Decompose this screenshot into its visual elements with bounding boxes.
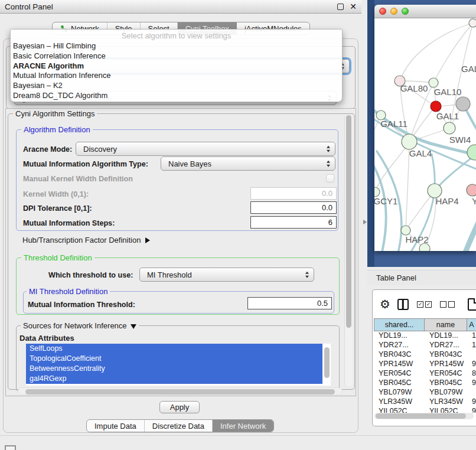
mac-close-icon[interactable] — [379, 8, 386, 15]
mi-type-label: Mutual Information Algorithm Type: — [23, 160, 148, 168]
attributes-scrollbar[interactable] — [324, 347, 330, 378]
node-label: GAL80 — [400, 83, 428, 93]
algorithm-placeholder: Select algorithm to view settings — [11, 30, 342, 41]
settings-vertical-scrollbar[interactable] — [344, 114, 353, 387]
network-node-gal1[interactable] — [444, 122, 455, 134]
dpi-tolerance-label: DPI Tolerance [0,1]: — [23, 204, 92, 213]
algorithm-option[interactable]: Dream8 DC_TDC Algorithm — [11, 91, 342, 101]
network-node-pink[interactable] — [467, 184, 476, 196]
node-label: GAL — [461, 64, 476, 74]
algorithm-option-selected[interactable]: ARACNE Algorithm — [11, 61, 342, 71]
table-panel-header: Table Panel — [367, 270, 476, 285]
network-window-titlebar[interactable] — [374, 5, 476, 18]
attribute-item[interactable]: SelfLoops — [26, 344, 322, 354]
sources-expander[interactable]: Sources for Network Inference — [21, 321, 139, 330]
aracne-mode-value: Discovery — [83, 145, 117, 154]
network-view-window[interactable]: GAL GAL80 GAL10 GAL1 GAL11 SWI4 GAL4 GCY… — [374, 5, 476, 251]
network-node-selected[interactable] — [431, 101, 441, 112]
table-row[interactable]: YBR043C YBR043C — [374, 350, 476, 360]
document-icon[interactable] — [468, 298, 476, 311]
attribute-item[interactable]: TopologicalCoefficient — [26, 354, 322, 364]
node-label: GCY1 — [374, 196, 397, 206]
table-row[interactable]: YER054C YER054C 8. — [374, 369, 476, 379]
algorithm-option[interactable]: Bayesian – Hill Climbing — [11, 41, 342, 51]
combo-stepper-icon — [327, 146, 330, 152]
attribute-item[interactable]: BetweennessCentrality — [26, 364, 322, 374]
manual-kernel-label: Manual Kernel Width Definition — [23, 175, 133, 183]
scrollbar-thumb[interactable] — [346, 115, 351, 328]
scrollbar-thumb[interactable] — [25, 389, 335, 394]
algorithm-option[interactable]: Mutual Information Inference — [11, 71, 342, 81]
table-toolbar: ⚙ ✓✓ — [373, 290, 476, 318]
splitter-handle-icon[interactable] — [363, 220, 367, 224]
network-canvas[interactable]: GAL GAL80 GAL10 GAL1 GAL11 SWI4 GAL4 GCY… — [374, 18, 476, 251]
apply-button[interactable]: Apply — [159, 401, 200, 413]
network-node-gray[interactable] — [456, 97, 470, 111]
network-node-hap2[interactable] — [401, 226, 410, 235]
kernel-width-label: Kernel Width (0,1): — [23, 190, 89, 198]
table-row[interactable]: YBL079W YBL079W — [374, 388, 476, 397]
bottom-tabbar: Impute Data Discretize Data Infer Networ… — [86, 419, 274, 432]
docked-panel-fragment — [5, 445, 16, 450]
column-header-name[interactable]: name — [425, 318, 467, 331]
deselect-all-checks-icon[interactable] — [440, 301, 457, 308]
scrollbar-thumb[interactable] — [376, 413, 466, 419]
node-label: HAP2 — [405, 234, 428, 244]
node-table: shared... name A YDL19... YDL19... 13 YD… — [374, 318, 476, 413]
close-icon[interactable]: ✕ — [350, 4, 357, 10]
hub-definition-expander[interactable]: Hub/Transcription Factor Definition — [22, 236, 150, 244]
columns-icon[interactable] — [397, 299, 409, 310]
float-window-icon[interactable] — [337, 4, 344, 10]
select-all-checks-icon[interactable]: ✓✓ — [417, 301, 433, 308]
node-label: HAP4 — [435, 196, 458, 206]
combo-stepper-icon — [327, 161, 330, 167]
gear-icon[interactable]: ⚙ — [380, 298, 390, 310]
table-panel: ⚙ ✓✓ shared... name A YDL19... YDL19... … — [372, 289, 476, 426]
mi-threshold-field[interactable]: 0.5 — [247, 297, 332, 309]
network-graph: GAL GAL80 GAL10 GAL1 GAL11 SWI4 GAL4 GCY… — [374, 18, 476, 251]
table-row[interactable]: YDL19... YDL19... 13 — [374, 331, 476, 341]
table-row[interactable]: YLR345W YLR345W 9. — [374, 397, 476, 407]
table-header-row: shared... name A — [374, 318, 476, 331]
column-header-partial[interactable]: A — [467, 318, 476, 331]
algorithm-option[interactable]: Bayesian – K2 — [11, 81, 342, 91]
network-node[interactable] — [469, 19, 476, 27]
mac-zoom-icon[interactable] — [402, 8, 409, 15]
table-row[interactable]: YDR27... YDR27... 12 — [374, 341, 476, 350]
which-threshold-combobox[interactable]: MI Threshold — [139, 268, 314, 282]
mi-type-combobox[interactable]: Naive Bayes — [161, 156, 335, 171]
algorithm-definition-title: Algorithm Definition — [21, 125, 93, 134]
tab-infer-network[interactable]: Infer Network — [213, 420, 273, 432]
node-label: Y — [472, 196, 476, 206]
column-header-shared-name[interactable]: shared... — [374, 318, 425, 331]
node-label: GAL1 — [436, 111, 459, 121]
network-desktop-shade — [367, 0, 374, 267]
kernel-width-field[interactable]: 0.0 — [250, 187, 337, 200]
table-row[interactable]: YIL052C YIL052C 9. — [374, 407, 476, 413]
network-node-gcy1[interactable] — [374, 187, 380, 197]
network-node-swi4[interactable] — [467, 145, 476, 160]
bottom-divider — [0, 435, 476, 436]
panel-splitter[interactable] — [361, 0, 367, 450]
dpi-tolerance-field[interactable]: 0.0 — [250, 201, 337, 214]
network-node-gal10[interactable] — [429, 78, 438, 87]
mi-steps-field[interactable]: 6 — [250, 216, 337, 229]
tab-discretize-data[interactable]: Discretize Data — [145, 420, 213, 432]
data-attributes-label: Data Attributes — [19, 334, 74, 343]
node-label: GAL4 — [409, 148, 432, 158]
algorithm-option[interactable]: Basic Correlation Inference — [11, 51, 342, 61]
table-row[interactable]: YBR045C YBR045C 9. — [374, 379, 476, 388]
settings-horizontal-scrollbar[interactable] — [18, 387, 343, 395]
manual-kernel-checkbox[interactable] — [326, 174, 334, 182]
table-row[interactable]: YPR145W YPR145W 9. — [374, 360, 476, 369]
mac-minimize-icon[interactable] — [390, 8, 397, 15]
network-node-gal4[interactable] — [402, 134, 417, 149]
mi-threshold-group-title: MI Threshold Definition — [27, 287, 110, 296]
table-body: YDL19... YDL19... 13 YDR27... YDR27... 1… — [374, 331, 476, 413]
node-label: SWI4 — [449, 135, 471, 145]
tab-impute-data[interactable]: Impute Data — [87, 420, 145, 432]
aracne-mode-combobox[interactable]: Discovery — [76, 142, 335, 156]
table-horizontal-scrollbar[interactable] — [374, 413, 474, 419]
aracne-mode-label: Aracne Mode: — [23, 145, 72, 154]
attribute-item[interactable]: gal4RGexp — [26, 374, 322, 384]
